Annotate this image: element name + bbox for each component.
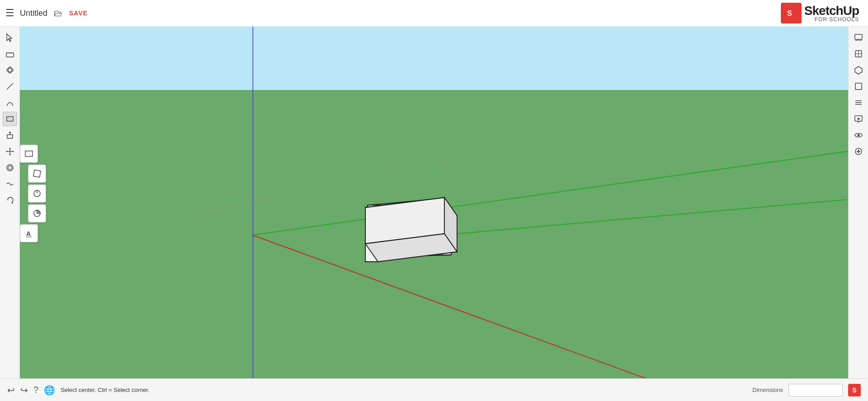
- svg-marker-18: [13, 151, 14, 152]
- sketchup-logo: S SketchUp FOR SCHOOLS: [781, 3, 859, 24]
- flyout-pie[interactable]: [28, 204, 46, 222]
- undo-icon[interactable]: ↩: [7, 385, 15, 396]
- arc-tool[interactable]: [3, 95, 17, 110]
- svg-line-9: [7, 117, 13, 121]
- menu-icon[interactable]: ☰: [5, 7, 14, 19]
- svg-point-6: [8, 67, 12, 73]
- svg-line-23: [25, 151, 33, 156]
- svg-point-5: [7, 68, 13, 72]
- pencil-tool[interactable]: [3, 79, 17, 94]
- statusbar: ↩ ↪ ? 🌐 Select center. Ctrl = Select cor…: [0, 378, 868, 401]
- svg-marker-48: [855, 66, 862, 74]
- svg-rect-41: [855, 34, 862, 39]
- styles-panel[interactable]: [851, 47, 866, 61]
- blue-axis: [252, 27, 253, 378]
- document-title: Untitled: [20, 9, 47, 18]
- logo-icon: S: [781, 3, 802, 24]
- move-tool[interactable]: [3, 144, 17, 159]
- components-panel[interactable]: [851, 63, 866, 77]
- scenes-panel[interactable]: [851, 30, 866, 45]
- animation-panel[interactable]: [851, 112, 866, 126]
- svg-marker-16: [9, 154, 11, 156]
- flyout-rectangle[interactable]: [20, 145, 38, 163]
- rectangle-tool[interactable]: [3, 112, 17, 126]
- green-axis-neg: [442, 199, 847, 236]
- viewer-panel[interactable]: [851, 128, 866, 142]
- rotate-tool[interactable]: [3, 193, 17, 208]
- flyout-circle[interactable]: [28, 184, 46, 203]
- svg-rect-24: [33, 170, 41, 177]
- sketchup-small-icon[interactable]: S: [848, 384, 861, 396]
- svg-marker-2: [7, 34, 12, 42]
- offset-tool[interactable]: [3, 160, 17, 175]
- eraser-tool[interactable]: [3, 47, 17, 61]
- flyout-panel: A: [20, 145, 46, 242]
- svg-marker-17: [6, 151, 7, 152]
- svg-marker-12: [9, 132, 11, 133]
- svg-marker-55: [858, 118, 860, 120]
- svg-rect-10: [7, 135, 13, 138]
- svg-marker-15: [9, 147, 11, 149]
- globe-icon[interactable]: 🌐: [44, 385, 55, 396]
- status-text: Select center. Ctrl = Select corner.: [61, 387, 747, 393]
- svg-rect-49: [855, 83, 862, 90]
- orbit-tool[interactable]: [3, 63, 17, 77]
- flyout-text[interactable]: A: [20, 224, 38, 242]
- flyout-rotated-rectangle[interactable]: [28, 165, 46, 183]
- svg-point-19: [7, 165, 13, 171]
- layers-panel[interactable]: [851, 95, 866, 110]
- logo-text: SketchUp FOR SCHOOLS: [804, 4, 859, 23]
- red-axis: [252, 235, 762, 378]
- materials-panel[interactable]: [851, 79, 866, 94]
- right-toolbar: [848, 27, 868, 378]
- header: ☰ Untitled 🗁 SAVE S SketchUp FOR SCHOOLS: [0, 0, 868, 27]
- redo-icon[interactable]: ↪: [20, 385, 28, 396]
- extension-panel[interactable]: [851, 144, 866, 159]
- green-axis: [252, 146, 848, 236]
- dimensions-label: Dimensions: [752, 387, 783, 393]
- svg-point-20: [8, 166, 12, 170]
- dimensions-input[interactable]: [789, 384, 843, 396]
- tape-tool[interactable]: [3, 177, 17, 191]
- help-icon[interactable]: ?: [33, 385, 38, 395]
- left-toolbar: [0, 27, 20, 378]
- folder-icon[interactable]: 🗁: [54, 8, 63, 19]
- 3d-box[interactable]: [354, 185, 458, 257]
- svg-point-57: [857, 134, 859, 137]
- push-pull-tool[interactable]: [3, 128, 17, 142]
- viewport[interactable]: [20, 27, 848, 378]
- svg-rect-3: [6, 53, 14, 57]
- svg-text:S: S: [787, 9, 792, 17]
- grid-line-2: [69, 192, 287, 250]
- brand-sub: FOR SCHOOLS: [804, 16, 859, 23]
- svg-text:A: A: [26, 230, 31, 237]
- svg-line-7: [7, 83, 13, 90]
- save-button[interactable]: SAVE: [69, 9, 88, 17]
- select-tool[interactable]: [3, 30, 17, 45]
